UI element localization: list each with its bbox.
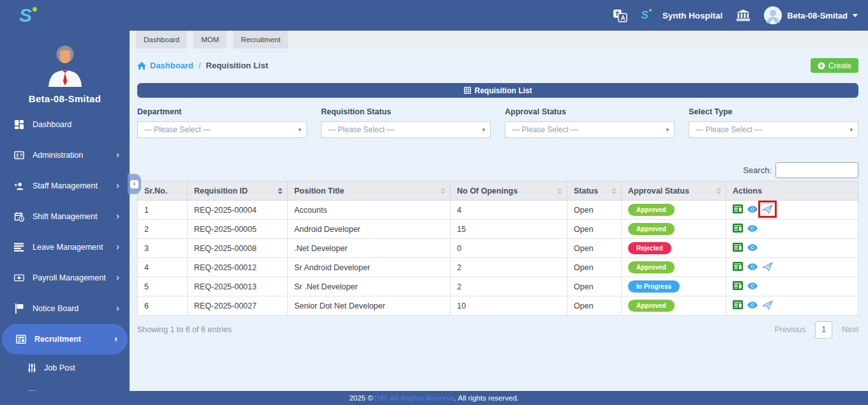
previous-page-button[interactable]: Previous xyxy=(775,325,806,334)
filter-select-department[interactable]: — Please Select — xyxy=(137,121,307,138)
sidebar-profile: Beta-08-Smitad xyxy=(0,31,130,104)
view-icon[interactable] xyxy=(747,206,758,213)
chevron-right-icon xyxy=(114,335,117,344)
calendar-clock-icon xyxy=(13,211,25,222)
filter-label: Department xyxy=(137,107,307,116)
sidebar-item-dashboard[interactable]: Dashboard xyxy=(0,109,130,140)
sidebar-nav: DashboardAdministrationStaff ManagementS… xyxy=(0,109,130,391)
approval-badge: Approved xyxy=(628,261,675,273)
sidebar-item-payroll-management[interactable]: Payroll Management xyxy=(0,263,130,293)
column-header-status[interactable]: Status xyxy=(567,181,622,201)
sidebar-item-label: Administration xyxy=(33,151,116,160)
search-label: Search: xyxy=(743,165,772,175)
filter-select-requisition-status[interactable]: — Please Select — xyxy=(321,121,491,138)
position-title-cell: Sr .Net Developer xyxy=(288,277,451,296)
list-lines-icon xyxy=(13,242,25,252)
view-icon[interactable] xyxy=(747,302,758,309)
search-input[interactable] xyxy=(775,162,858,178)
form-icon[interactable] xyxy=(733,281,743,290)
hospital-brand-icon[interactable]: S xyxy=(641,9,648,22)
form-icon[interactable] xyxy=(733,300,743,309)
column-header-actions: Actions xyxy=(726,181,858,201)
sidebar-item-administration[interactable]: Administration xyxy=(0,140,130,171)
sidebar-item-recruitment[interactable]: Recruitment xyxy=(2,324,128,355)
form-icon[interactable] xyxy=(733,204,743,213)
hospital-name: Synth Hospital xyxy=(662,11,723,20)
sr-no-cell: 6 xyxy=(138,296,188,316)
approval-status-cell: Approved xyxy=(622,296,726,316)
filter-select-select-type[interactable]: — Please Select — xyxy=(689,121,858,138)
footer-link[interactable]: THS All Rights Reserve xyxy=(373,394,454,402)
approval-badge: Rejected xyxy=(628,242,671,254)
approval-badge: Approved xyxy=(628,300,675,312)
select-value: — Please Select — xyxy=(696,125,762,134)
tab-recruitment[interactable]: Recruitment xyxy=(233,31,288,49)
column-label: Approval Status xyxy=(628,187,689,195)
sidebar-collapse-toggle[interactable] xyxy=(128,174,141,194)
tab-dashboard[interactable]: Dashboard xyxy=(136,31,187,49)
view-icon[interactable] xyxy=(747,263,758,270)
approval-status-cell: Approved xyxy=(622,258,726,277)
page-number-button[interactable]: 1 xyxy=(815,321,832,339)
sidebar-item-shift-management[interactable]: Shift Management xyxy=(0,201,130,232)
column-header-sr-no: Sr.No. xyxy=(138,181,188,201)
column-header-approval-status[interactable]: Approval Status xyxy=(622,181,726,201)
status-cell: Open xyxy=(567,277,622,296)
form-icon[interactable] xyxy=(733,262,743,271)
filter-label: Requisition Status xyxy=(321,107,491,116)
openings-cell: 15 xyxy=(451,220,567,239)
view-icon[interactable] xyxy=(747,244,758,251)
user-menu[interactable]: Beta-08-Smitad xyxy=(764,6,858,24)
filter-label: Approval Status xyxy=(505,107,675,116)
status-cell: Open xyxy=(567,201,622,220)
column-header-requisition-id[interactable]: Requisition ID xyxy=(188,181,288,201)
breadcrumb-dashboard-link[interactable]: Dashboard xyxy=(150,61,193,70)
column-header-position-title[interactable]: Position Title xyxy=(288,181,451,201)
form-icon[interactable] xyxy=(733,243,743,252)
form-icon[interactable] xyxy=(733,224,743,233)
sidebar-subitem-job-application[interactable]: Job Application xyxy=(0,381,130,391)
actions-cell xyxy=(726,277,858,296)
app-logo-icon[interactable]: S xyxy=(19,6,32,25)
send-icon[interactable] xyxy=(762,262,773,271)
approval-badge: Approved xyxy=(628,223,675,235)
table-row: 5REQ-2025-00013Sr .Net Developer2OpenIn … xyxy=(138,277,858,296)
position-title-cell: Android Developer xyxy=(288,220,451,239)
column-header-no-of-openings[interactable]: No Of Openings xyxy=(451,181,567,201)
view-icon[interactable] xyxy=(747,225,758,232)
position-title-cell: .Net Developer xyxy=(288,239,451,258)
position-title-cell: Accounts xyxy=(288,201,451,220)
breadcrumb-separator: / xyxy=(198,61,201,70)
sidebar-item-label: Staff Management xyxy=(33,181,116,190)
sort-icon xyxy=(278,188,283,194)
sidebar-item-notice-board[interactable]: Notice Board xyxy=(0,293,130,324)
chevron-down-icon xyxy=(853,14,858,17)
sidebar-item-leave-management[interactable]: Leave Management xyxy=(0,232,130,263)
bank-icon[interactable] xyxy=(737,10,750,21)
actions-cell xyxy=(726,201,858,220)
column-label: Requisition ID xyxy=(194,187,248,195)
user-plus-icon xyxy=(13,181,25,191)
filter-requisition-status: Requisition Status— Please Select — xyxy=(321,107,491,138)
sidebar-item-label: Recruitment xyxy=(34,335,114,344)
flag-icon xyxy=(13,303,25,314)
filter-select-approval-status[interactable]: — Please Select — xyxy=(505,121,675,138)
sidebar-subitem-job-post[interactable]: Job Post xyxy=(0,355,130,381)
create-button[interactable]: Create xyxy=(811,58,858,73)
actions-cell xyxy=(726,296,858,316)
translate-icon[interactable] xyxy=(613,9,627,22)
requisition-id-cell: REQ-2025-00012 xyxy=(188,258,288,277)
view-icon[interactable] xyxy=(747,282,758,289)
tab-mom[interactable]: MOM xyxy=(193,31,227,49)
next-page-button[interactable]: Next xyxy=(842,325,858,334)
filter-approval-status: Approval Status— Please Select — xyxy=(505,107,675,138)
sidebar-subitem-label: Job Post xyxy=(44,363,75,372)
table-row: 4REQ-2025-00012Sr Android Developer2Open… xyxy=(138,258,858,277)
money-bill-icon xyxy=(13,273,25,283)
send-icon[interactable] xyxy=(762,204,773,214)
column-label: No Of Openings xyxy=(457,187,518,195)
sidebar-item-staff-management[interactable]: Staff Management xyxy=(0,171,130,201)
send-icon[interactable] xyxy=(762,300,773,310)
table-footer-row: Showing 1 to 6 of 6 entries Previous 1 N… xyxy=(137,321,858,339)
table-row: 1REQ-2025-00004Accounts4OpenApproved xyxy=(138,201,858,220)
